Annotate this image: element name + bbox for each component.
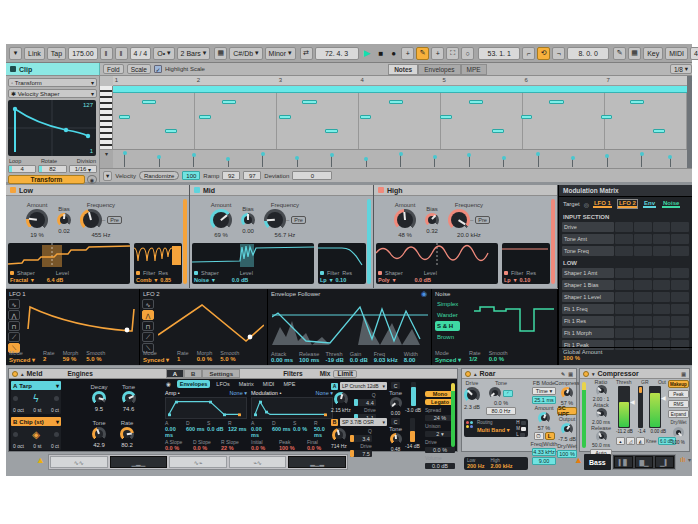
deviation-field[interactable]: 0 — [292, 171, 332, 180]
filter-display[interactable]: FilterRes Lp▾0.10 — [318, 243, 366, 284]
oct-value[interactable]: 0 oct — [13, 407, 24, 413]
width-value[interactable]: 8.00 — [404, 357, 418, 363]
link-icon[interactable]: L — [545, 432, 555, 440]
filter-type-select[interactable]: Lp — [504, 277, 511, 283]
a-slope-value[interactable]: 0.0 % — [165, 445, 191, 451]
midi-note[interactable] — [222, 100, 236, 104]
matrix-row-label[interactable]: Shaper 1 Level — [562, 292, 614, 302]
amount-knob[interactable] — [394, 209, 416, 231]
gain-value[interactable]: 0.0 dB — [350, 357, 368, 363]
new-plus-icon[interactable]: + — [431, 47, 444, 60]
mix-a-tone-knob[interactable] — [390, 397, 402, 409]
nudge-down-icon[interactable]: ‖ — [100, 47, 113, 60]
note-grid[interactable] — [113, 93, 687, 149]
fb-freq-field[interactable]: 4.33 kHz — [532, 448, 556, 456]
res-value[interactable]: 0.10 — [336, 277, 347, 283]
ct-value[interactable]: 0 ct — [51, 443, 59, 449]
filter-b-type-select[interactable]: SP 3.7/B OSR▾ — [340, 418, 387, 426]
sine-wave-icon[interactable]: ∿ — [8, 299, 20, 309]
matrix-cell[interactable] — [653, 316, 671, 326]
square-wave-icon[interactable]: ⊓ — [8, 321, 20, 331]
meld-tab-a[interactable]: A — [166, 369, 184, 378]
shaper-display[interactable]: ShaperLevel Poly▾0.0 dB — [376, 243, 498, 284]
filter-display[interactable]: FilterRes Comb▾0.85 — [134, 243, 182, 284]
tap-button[interactable]: Tap — [47, 47, 66, 60]
morph-value[interactable]: 0.0 % — [197, 356, 213, 362]
velocity-marker[interactable] — [670, 157, 671, 167]
amount-knob[interactable] — [26, 209, 48, 231]
meld-subtab-midi[interactable]: MIDI — [260, 380, 278, 388]
midi-note[interactable] — [302, 100, 316, 104]
link-button[interactable]: Link — [24, 47, 45, 60]
band-mid-header[interactable]: Mid — [190, 185, 373, 196]
band-high-header[interactable]: High — [374, 185, 557, 196]
matrix-row-label[interactable]: Flt 1 Morph — [562, 328, 614, 338]
matrix-cell[interactable] — [634, 246, 652, 256]
pan-b-field[interactable]: C — [391, 418, 400, 425]
tone-freq-field[interactable]: 80.0 Hz — [486, 407, 516, 415]
sine-wave-icon[interactable]: ∿ — [142, 299, 154, 309]
d-value[interactable]: 600 ms — [186, 426, 205, 432]
collapsed-view-icon[interactable]: ▴ — [616, 437, 625, 445]
engine-b-box[interactable]: ◈ 0 oct0 st0 ct — [11, 426, 61, 450]
midi-note[interactable] — [601, 115, 612, 119]
overdub-plus-icon[interactable]: + — [401, 47, 414, 60]
matrix-cell[interactable] — [671, 304, 689, 314]
ratio-knob[interactable] — [596, 385, 607, 396]
randomize-amount-field[interactable]: 100 — [182, 171, 200, 180]
midi-note[interactable] — [279, 115, 290, 119]
meld-chain-thumbnails[interactable]: ∿∿ ▁▂▁ ∿⌁ ⌁∿ ▂▁▂ — [48, 454, 348, 470]
matrix-cell[interactable] — [653, 222, 671, 232]
matrix-row-label[interactable]: Tone Amt — [562, 234, 614, 244]
transform-tool-select[interactable]: ✱ Velocity Shaper▾ — [8, 89, 97, 98]
pre-button[interactable]: Pre — [475, 216, 490, 224]
threshold-meter[interactable] — [618, 386, 630, 428]
loop-start-field[interactable]: 53. 1. 1 — [478, 47, 520, 60]
matrix-cell[interactable] — [653, 304, 671, 314]
bias-knob[interactable] — [57, 213, 71, 227]
meld-tab-settings[interactable]: Settings — [202, 369, 240, 378]
ruler-bar-number[interactable]: 5 — [443, 77, 446, 83]
ct-value[interactable]: 0 ct — [51, 407, 59, 413]
filter-b-freq-knob[interactable] — [332, 428, 346, 442]
routing-select[interactable]: Multi Band ▾ — [477, 427, 509, 433]
midi-note[interactable] — [165, 129, 178, 133]
filter-display[interactable]: FilterRes Lp▾0.10 — [502, 243, 550, 284]
midi-note[interactable] — [440, 115, 451, 119]
d-value[interactable]: 600 ms — [272, 426, 291, 432]
device-power-icon[interactable] — [12, 371, 18, 377]
mode-select[interactable]: Synced ▾ — [435, 356, 461, 363]
midi-map-button[interactable]: MIDI — [665, 47, 688, 60]
thresh-value[interactable]: -11.2 dB — [616, 429, 633, 434]
device-thumbnail[interactable]: ▁▍ — [655, 456, 674, 468]
filter-type-select[interactable]: Comb — [136, 277, 152, 283]
ruler-bar-number[interactable]: 4 — [361, 77, 364, 83]
midi-note[interactable] — [653, 129, 666, 133]
time-signature-field[interactable]: 4 / 4 — [130, 47, 152, 60]
matrix-source-env[interactable]: Env — [643, 200, 656, 208]
ruler-bar-number[interactable]: 7 — [607, 77, 610, 83]
device-thumbnail[interactable]: ▁▂▁ — [110, 456, 168, 468]
sc-hpf-button[interactable]: SC HPF — [557, 407, 577, 415]
clip-tab-notes[interactable]: Notes — [388, 64, 418, 75]
drywet-knob[interactable] — [673, 427, 684, 438]
draw-mode-pencil-icon[interactable]: ✎ — [416, 47, 429, 60]
metronome-button[interactable]: O• ▾ — [153, 47, 174, 60]
mix-b-level-fader[interactable] — [410, 418, 415, 442]
transform-apply-button[interactable]: Transform — [8, 175, 85, 184]
midi-note[interactable] — [119, 115, 130, 119]
velocity-marker[interactable] — [297, 158, 298, 167]
matrix-cell[interactable] — [671, 222, 689, 232]
compress-knob[interactable] — [561, 387, 573, 399]
a-value[interactable]: 0.00 ms — [251, 426, 270, 438]
engine-a-box[interactable]: ϟ 0 oct0 st0 ct — [11, 390, 61, 414]
tone-tilt-icon[interactable]: ◜ — [503, 390, 513, 397]
matrix-cell[interactable] — [634, 280, 652, 290]
filter-a-q-field[interactable]: 4.4 — [354, 399, 376, 406]
d-slope-value[interactable]: 0.0 % — [193, 445, 219, 451]
level-value[interactable]: 0.0 dB — [414, 277, 431, 283]
roll-scrollbar[interactable] — [687, 76, 692, 168]
makeup-button[interactable]: Makeup — [668, 380, 689, 388]
grid-size-menu[interactable]: 1/8 ▾ — [670, 64, 692, 74]
shaper-on-toggle[interactable] — [194, 271, 198, 275]
